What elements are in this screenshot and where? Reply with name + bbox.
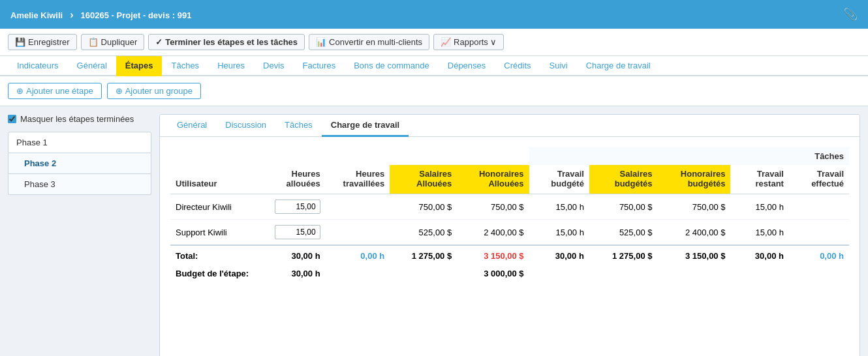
phase-1-item[interactable]: Phase 1 [8, 132, 151, 153]
salaires-budgetes-1: 750,00 $ [589, 194, 658, 220]
charge-table: Tâches Utilisateur Heures allouées Heure… [170, 147, 849, 282]
total-salaires-alloues: 1 275,00 $ [390, 245, 457, 265]
convertir-button[interactable]: 📊 Convertir en multi-clients [309, 34, 429, 50]
sub-tab-charge[interactable]: Charge de travail [322, 115, 409, 137]
honoraires-budgetes-1: 750,00 $ [657, 194, 730, 220]
heures-travaillees-1 [326, 194, 390, 220]
bar-chart-icon: 📈 [441, 37, 451, 47]
total-honoraires-alloues: 3 150,00 $ [457, 245, 529, 265]
tab-devis[interactable]: Devis [254, 56, 294, 76]
left-sidebar: Masquer les étapes terminées Phase 1 Pha… [8, 114, 151, 356]
col-travail-restant: Travail restant [730, 165, 788, 194]
add-etape-button[interactable]: ⊕ Ajouter une étape [8, 83, 102, 99]
tab-factures[interactable]: Factures [294, 56, 345, 76]
sub-tab-taches[interactable]: Tâches [275, 115, 322, 137]
tab-bons[interactable]: Bons de commande [345, 56, 439, 76]
tab-depenses[interactable]: Dépenses [439, 56, 495, 76]
heures-travaillees-2 [326, 220, 390, 246]
table-row: Directeur Kiwili 750,00 $ 750,00 $ 15,00… [170, 194, 849, 220]
chart-icon: 📊 [316, 37, 326, 47]
travail-budgete-1: 15,00 h [529, 194, 589, 220]
col-utilisateur: Utilisateur [170, 165, 262, 194]
tab-etapes[interactable]: Étapes [116, 56, 163, 76]
rapports-button[interactable]: 📈 Rapports ∨ [433, 34, 504, 50]
salaires-alloues-2: 525,00 $ [390, 220, 457, 246]
phase-3-item[interactable]: Phase 3 [8, 174, 151, 195]
total-label: Total: [170, 245, 262, 265]
tab-suivi[interactable]: Suivi [540, 56, 577, 76]
salaires-budgetes-2: 525,00 $ [589, 220, 658, 246]
table-area: Tâches Utilisateur Heures allouées Heure… [160, 137, 860, 293]
col-travail-budgete: Travail budgété [529, 165, 589, 194]
tab-taches[interactable]: Tâches [162, 56, 208, 76]
hide-completed-checkbox[interactable] [8, 115, 16, 123]
col-honoraires-alloues: Honoraires Allouées [457, 165, 529, 194]
clip-icon: 📎 [843, 7, 858, 22]
col-heures-allouees: Heures allouées [262, 165, 326, 194]
honoraires-alloues-1: 750,00 $ [457, 194, 529, 220]
travail-restant-1: 15,00 h [730, 194, 788, 220]
tab-heures[interactable]: Heures [208, 56, 254, 76]
total-row: Total: 30,00 h 0,00 h 1 275,00 $ 3 150,0… [170, 245, 849, 265]
add-groupe-button[interactable]: ⊕ Ajouter un groupe [107, 83, 201, 99]
tab-charge[interactable]: Charge de travail [577, 56, 660, 76]
travail-effectue-1 [789, 194, 849, 220]
main-content: Masquer les étapes terminées Phase 1 Pha… [0, 106, 868, 356]
dupliquer-button[interactable]: 📋 Dupliquer [81, 34, 145, 50]
save-icon: 💾 [15, 37, 25, 47]
utilisateur-1: Directeur Kiwili [170, 194, 262, 220]
honoraires-alloues-2: 2 400,00 $ [457, 220, 529, 246]
hide-completed-label[interactable]: Masquer les étapes terminées [8, 114, 151, 124]
tab-general[interactable]: Général [68, 56, 116, 76]
budget-heures: 30,00 h [262, 265, 326, 282]
header: Amelie Kiwili › 160265 - Projet - devis … [0, 0, 868, 29]
sub-tab-discussion[interactable]: Discussion [216, 115, 275, 137]
plus-circle-icon: ⊕ [16, 86, 23, 96]
heures-allouees-2[interactable] [262, 220, 326, 246]
col-honoraires-budgetes: Honoraires budgétés [657, 165, 730, 194]
utilisateur-2: Support Kiwili [170, 220, 262, 246]
travail-budgete-2: 15,00 h [529, 220, 589, 246]
heures-input-2[interactable] [275, 225, 320, 239]
nav-tabs: Indicateurs Général Étapes Tâches Heures… [0, 56, 868, 76]
sub-tab-general[interactable]: Général [168, 115, 216, 137]
heures-allouees-1[interactable] [262, 194, 326, 220]
phase-list: Phase 1 Phase 2 Phase 3 [8, 132, 151, 195]
plus-circle-icon-2: ⊕ [116, 86, 123, 96]
total-heures-allouees: 30,00 h [262, 245, 326, 265]
sub-tabs: Général Discussion Tâches Charge de trav… [160, 115, 860, 137]
col-heures-travaillees: Heures travaillées [326, 165, 390, 194]
total-travail-restant: 30,00 h [730, 245, 788, 265]
table-row: Support Kiwili 525,00 $ 2 400,00 $ 15,00… [170, 220, 849, 246]
check-icon: ✓ [155, 37, 163, 47]
total-heures-travaillees: 0,00 h [326, 245, 390, 265]
enregistrer-button[interactable]: 💾 Enregistrer [8, 34, 77, 50]
budget-row: Budget de l'étape: 30,00 h 3 000,00 $ [170, 265, 849, 282]
breadcrumb-separator: › [70, 9, 73, 20]
toolbar: 💾 Enregistrer 📋 Dupliquer ✓ Terminer les… [0, 29, 868, 56]
right-panel: Général Discussion Tâches Charge de trav… [159, 114, 860, 356]
project-name: 160265 - Projet - devis : 991 [81, 10, 192, 20]
total-honoraires-budgetes: 3 150,00 $ [657, 245, 730, 265]
col-travail-effectue: Travail effectué [789, 165, 849, 194]
col-salaires-budgetes: Salaires budgétés [589, 165, 658, 194]
header-title: Amelie Kiwili › 160265 - Projet - devis … [10, 8, 191, 22]
travail-restant-2: 15,00 h [730, 220, 788, 246]
tab-credits[interactable]: Crédits [495, 56, 540, 76]
terminer-button[interactable]: ✓ Terminer les étapes et les tâches [148, 34, 305, 50]
total-salaires-budgetes: 1 275,00 $ [589, 245, 658, 265]
actions-bar: ⊕ Ajouter une étape ⊕ Ajouter un groupe [0, 76, 868, 106]
col-salaires-alloues: Salaires Allouées [390, 165, 457, 194]
client-name: Amelie Kiwili [10, 10, 63, 20]
tasks-group-header: Tâches [529, 147, 849, 165]
total-travail-budgete: 30,00 h [529, 245, 589, 265]
salaires-alloues-1: 750,00 $ [390, 194, 457, 220]
tasks-group-row: Tâches [170, 147, 849, 165]
phase-2-item[interactable]: Phase 2 [8, 153, 151, 174]
total-travail-effectue: 0,00 h [789, 245, 849, 265]
honoraires-budgetes-2: 2 400,00 $ [657, 220, 730, 246]
heures-input-1[interactable] [275, 200, 320, 214]
table-header-row: Utilisateur Heures allouées Heures trava… [170, 165, 849, 194]
travail-effectue-2 [789, 220, 849, 246]
tab-indicateurs[interactable]: Indicateurs [8, 56, 68, 76]
